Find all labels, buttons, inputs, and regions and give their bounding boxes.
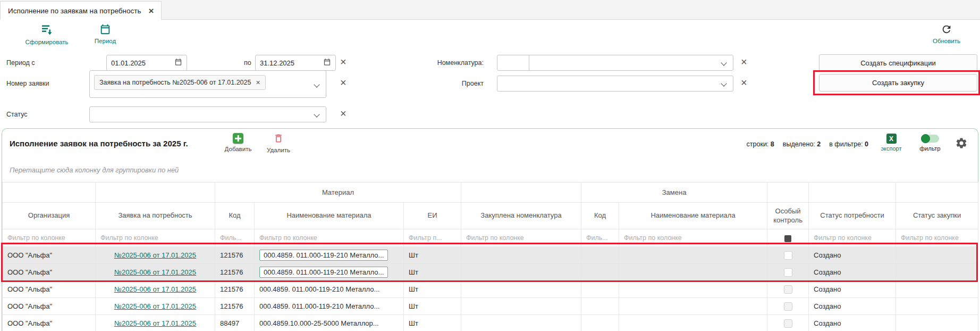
excel-export-icon: X	[886, 134, 897, 144]
org-cell: ООО "Альфа"	[3, 315, 96, 331]
col-request[interactable]: Заявка на потребность	[96, 203, 215, 229]
chevron-down-icon[interactable]	[721, 60, 726, 65]
request-number-multiselect[interactable]: Заявка на потребность №2025-006 от 17.01…	[89, 70, 326, 98]
filter-code2-input[interactable]	[581, 229, 619, 246]
project-combobox[interactable]	[497, 76, 733, 92]
row-checkbox[interactable]	[784, 268, 792, 277]
filter-code-input[interactable]	[215, 229, 254, 246]
request-link[interactable]: №2025-006 от 17.01.2025	[114, 285, 196, 293]
toggle-on-icon[interactable]	[921, 135, 939, 143]
purchased-cell	[461, 264, 581, 281]
col-status-purchase[interactable]: Статус закупки	[896, 203, 978, 229]
chevron-down-icon[interactable]	[314, 111, 319, 117]
col-code2[interactable]: Код	[581, 203, 619, 229]
delete-row-button[interactable]: Удалить	[261, 133, 295, 153]
col-special-control[interactable]: Особый контроль	[767, 203, 809, 229]
clear-project-icon[interactable]: ×	[741, 77, 747, 88]
material-cell-highlight: 000.4859. 011.000-119-210 Металло...	[259, 250, 388, 261]
filter-request-input[interactable]	[96, 229, 215, 246]
period-to-value[interactable]	[260, 59, 320, 67]
special-control-filter-checkbox[interactable]	[784, 235, 791, 242]
tab-close-icon[interactable]: ×	[149, 6, 154, 15]
period-from-input[interactable]	[106, 55, 187, 71]
export-label: экспорт	[881, 145, 901, 152]
request-link[interactable]: №2025-006 от 17.01.2025	[114, 251, 196, 259]
selected-count-label: выделено:	[783, 140, 815, 148]
period-to-input[interactable]	[255, 55, 336, 71]
unit-cell: Шт	[404, 247, 461, 264]
unit-cell: Шт	[404, 315, 461, 331]
filtered-count-label: в фильтре:	[829, 140, 863, 148]
col-purchased[interactable]: Закуплена номенклатура	[461, 203, 581, 229]
purchased-cell	[461, 247, 581, 264]
status-purchase-cell	[896, 247, 978, 264]
col-status-need[interactable]: Статус потребности	[809, 203, 896, 229]
status-purchase-cell	[896, 281, 978, 298]
col-org[interactable]: Организация	[3, 203, 96, 229]
refresh-button[interactable]: Обновить	[925, 23, 968, 44]
rows-count-value: 8	[771, 140, 774, 148]
filter-org-input[interactable]	[3, 229, 95, 246]
filter-purchased-input[interactable]	[461, 229, 581, 246]
create-specifications-button[interactable]: Создать спецификации	[819, 54, 977, 72]
filter-status-purchase-input[interactable]	[896, 229, 978, 246]
chevron-down-icon[interactable]	[314, 81, 319, 87]
row-checkbox[interactable]	[784, 319, 792, 328]
col-code[interactable]: Код	[215, 203, 255, 229]
purchased-cell	[461, 315, 581, 331]
table-row[interactable]: ООО "Альфа" №2025-006 от 17.01.2025 8849…	[3, 315, 978, 331]
filter-material2-input[interactable]	[619, 229, 767, 246]
create-purchase-button[interactable]: Создать закупку	[819, 74, 977, 92]
request-link[interactable]: №2025-006 от 17.01.2025	[114, 268, 196, 276]
nomenclature-code-input[interactable]	[497, 55, 529, 70]
grid-panel: Исполнение заявок на потребность за 2025…	[2, 128, 978, 331]
calendar-icon	[99, 23, 111, 36]
export-excel-button[interactable]: X экспорт	[876, 134, 906, 152]
row-checkbox[interactable]	[784, 285, 792, 294]
add-row-button[interactable]: Добавить	[221, 133, 255, 152]
clear-period-icon[interactable]: ×	[340, 56, 347, 67]
code-cell: 121576	[215, 298, 255, 315]
row-checkbox[interactable]	[784, 302, 792, 311]
generate-button[interactable]: Сформировать	[21, 23, 72, 45]
col-unit[interactable]: ЕИ	[404, 203, 461, 229]
request-link[interactable]: №2025-006 от 17.01.2025	[114, 302, 196, 310]
period-from-value[interactable]	[111, 59, 171, 67]
clear-request-icon[interactable]: ×	[340, 77, 347, 88]
filter-material-input[interactable]	[255, 229, 403, 246]
filter-unit-input[interactable]	[404, 229, 461, 246]
table-row[interactable]: ООО "Альфа" №2025-006 от 17.01.2025 1215…	[3, 298, 978, 315]
selected-request-chip[interactable]: Заявка на потребность №2025-006 от 17.01…	[94, 75, 266, 90]
calendar-picker-icon[interactable]	[174, 58, 182, 68]
status-combobox[interactable]	[89, 106, 326, 122]
project-label: Проект	[409, 80, 484, 87]
chevron-down-icon[interactable]	[721, 80, 726, 86]
tab-execution-requests[interactable]: Исполнение по заявкам на потребность ×	[0, 1, 162, 20]
col-material-name[interactable]: Наименование материала	[255, 203, 404, 229]
row-checkbox[interactable]	[784, 251, 792, 260]
trash-icon	[273, 133, 284, 145]
chip-remove-icon[interactable]: ×	[256, 78, 260, 87]
calendar-picker-icon[interactable]	[323, 58, 331, 68]
filter-toggle[interactable]: фильтр	[913, 135, 947, 152]
table-row[interactable]: ООО "Альфа" №2025-006 от 17.01.2025 1215…	[3, 264, 978, 281]
nomenclature-code-field[interactable]	[501, 59, 526, 67]
column-header-row: Организация Заявка на потребность Код На…	[3, 203, 978, 229]
request-link[interactable]: №2025-006 от 17.01.2025	[114, 319, 196, 327]
period-button[interactable]: Период	[87, 23, 124, 44]
org-cell: ООО "Альфа"	[3, 281, 96, 298]
table-row[interactable]: ООО "Альфа" №2025-006 от 17.01.2025 1215…	[3, 247, 978, 264]
code-cell: 121576	[215, 281, 255, 298]
clear-nomenclature-icon[interactable]: ×	[741, 56, 747, 67]
col-material-name2[interactable]: Наименование материала	[619, 203, 767, 229]
purchased-cell	[461, 298, 581, 315]
material-cell: 000.4859. 011.000-119-210 Металло...	[255, 247, 404, 264]
table-row[interactable]: ООО "Альфа" №2025-006 от 17.01.2025 1215…	[3, 281, 978, 298]
clear-status-icon[interactable]: ×	[340, 108, 347, 119]
group-header-row: Материал Замена	[3, 183, 978, 203]
settings-button[interactable]	[955, 137, 968, 150]
nomenclature-combobox[interactable]	[497, 55, 733, 71]
filter-row	[3, 229, 978, 247]
filter-status-need-input[interactable]	[809, 229, 895, 246]
material2-cell	[619, 298, 767, 315]
